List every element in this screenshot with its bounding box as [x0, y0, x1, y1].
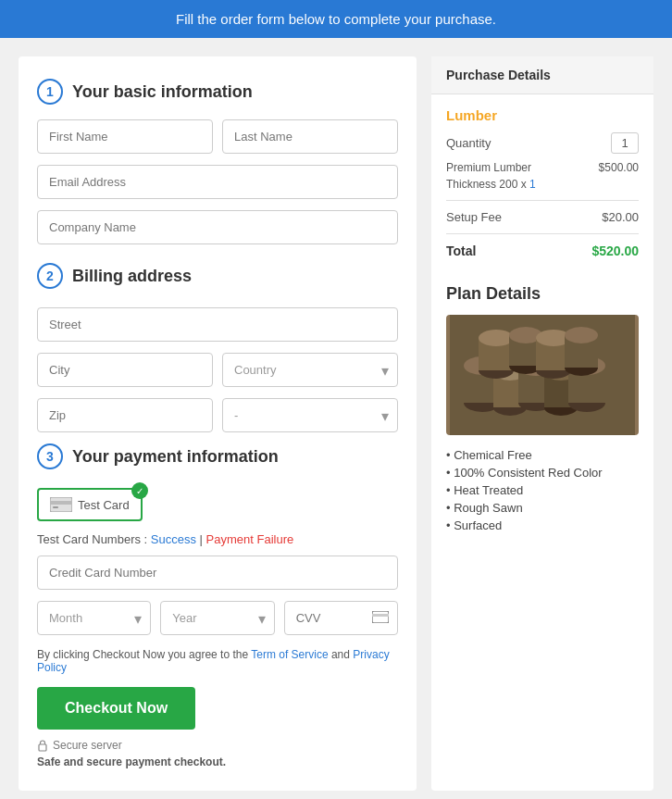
plan-feature-item: Rough Sawn — [446, 501, 639, 515]
setup-row: Setup Fee $20.00 — [446, 210, 639, 224]
first-name-input[interactable] — [37, 119, 213, 154]
plan-feature-item: Heat Treated — [446, 483, 639, 497]
cc-group — [37, 556, 398, 590]
plan-features: Chemical Free100% Consistent Red ColorHe… — [446, 448, 639, 532]
plan-feature-item: Surfaced — [446, 518, 639, 532]
section-title-1: Your basic information — [72, 82, 253, 102]
lumber-image — [446, 315, 639, 435]
state-select[interactable]: - — [222, 398, 398, 432]
section-number-3: 3 — [37, 443, 63, 469]
first-name-group — [37, 119, 213, 154]
zip-input[interactable] — [37, 398, 213, 432]
month-select-wrapper: Month JanuaryFebruaryMarch AprilMayJune … — [37, 601, 151, 635]
svg-rect-4 — [372, 614, 389, 617]
section-title-3: Your payment information — [72, 447, 279, 467]
terms-link[interactable]: Term of Service — [251, 648, 328, 661]
billing-header: 2 Billing address — [37, 263, 398, 289]
email-group — [37, 165, 398, 199]
left-panel: 1 Your basic information 2 Billing addre… — [19, 56, 417, 791]
card-option[interactable]: ✓ Test Card — [37, 488, 143, 521]
street-input[interactable] — [37, 307, 398, 342]
premium-label: Premium Lumber — [446, 161, 531, 174]
street-group — [37, 307, 398, 342]
svg-rect-5 — [39, 744, 46, 751]
svg-rect-1 — [50, 501, 72, 505]
total-label: Total — [446, 243, 476, 258]
last-name-input[interactable] — [222, 119, 398, 154]
thickness-label: Thickness 200 x — [446, 178, 529, 191]
thickness-row: Thickness 200 x 1 — [446, 178, 639, 191]
svg-point-33 — [565, 327, 598, 343]
check-icon: ✓ — [131, 482, 148, 499]
cvv-row: Month JanuaryFebruaryMarch AprilMayJune … — [37, 601, 398, 635]
lumber-title: Lumber — [446, 107, 639, 123]
premium-price: $500.00 — [599, 161, 639, 174]
plan-feature-item: 100% Consistent Red Color — [446, 466, 639, 480]
secure-label: Secure server — [53, 739, 122, 752]
lumber-svg — [446, 315, 639, 435]
country-select-wrapper: Country — [222, 353, 398, 387]
year-select[interactable]: Year 202420252026 202720282029 — [160, 601, 274, 635]
section-number-2: 2 — [37, 263, 63, 289]
plan-feature-item: Chemical Free — [446, 448, 639, 462]
checkout-button[interactable]: Checkout Now — [37, 687, 195, 730]
payment-header: 3 Your payment information — [37, 443, 398, 469]
setup-price: $20.00 — [602, 210, 639, 224]
section-title-2: Billing address — [72, 267, 192, 286]
cvv-card-icon — [372, 610, 389, 627]
quantity-row: Quantity 1 — [446, 132, 639, 154]
plan-details-section: Plan Details — [431, 271, 653, 549]
basic-info-header: 1 Your basic information — [37, 79, 398, 105]
lock-icon — [37, 739, 48, 752]
svg-rect-3 — [372, 611, 389, 623]
company-group — [37, 210, 398, 244]
secure-server: Secure server — [37, 739, 398, 752]
terms-text: By clicking Checkout Now you agree to th… — [37, 648, 398, 674]
premium-row: Premium Lumber $500.00 — [446, 161, 639, 174]
city-country-row: Country — [37, 353, 398, 387]
email-input[interactable] — [37, 165, 398, 199]
company-input[interactable] — [37, 210, 398, 244]
quantity-value: 1 — [611, 132, 639, 154]
name-row — [37, 119, 398, 154]
month-select[interactable]: Month JanuaryFebruaryMarch AprilMayJune … — [37, 601, 151, 635]
state-select-wrapper: - — [222, 398, 398, 432]
safe-text: Safe and secure payment checkout. — [37, 755, 398, 768]
total-row: Total $520.00 — [446, 243, 639, 258]
purchase-details-body: Lumber Quantity 1 Premium Lumber $500.00… — [431, 94, 653, 271]
quantity-label: Quantity — [446, 136, 491, 150]
cvv-wrapper — [284, 601, 398, 635]
year-select-wrapper: Year 202420252026 202720282029 — [160, 601, 274, 635]
cc-input[interactable] — [37, 556, 398, 590]
total-amount: $520.00 — [591, 243, 639, 258]
banner-text: Fill the order form below to complete yo… — [176, 11, 496, 27]
setup-label: Setup Fee — [446, 210, 502, 224]
svg-rect-2 — [53, 506, 58, 508]
country-select[interactable]: Country — [222, 353, 398, 387]
credit-card-icon — [50, 497, 72, 512]
success-link[interactable]: Success — [151, 532, 196, 546]
right-panel: Purchase Details Lumber Quantity 1 Premi… — [431, 56, 653, 791]
section-number-1: 1 — [37, 79, 63, 105]
svg-point-24 — [479, 330, 514, 346]
zip-state-row: - — [37, 398, 398, 432]
city-input[interactable] — [37, 353, 213, 387]
purchase-details-header: Purchase Details — [431, 56, 653, 94]
plan-details-title: Plan Details — [446, 284, 639, 304]
thickness-link[interactable]: 1 — [529, 178, 536, 191]
last-name-group — [222, 119, 398, 154]
zip-group — [37, 398, 213, 432]
card-label: Test Card — [78, 498, 130, 512]
top-banner: Fill the order form below to complete yo… — [0, 0, 672, 38]
city-group — [37, 353, 213, 387]
failure-link[interactable]: Payment Failure — [206, 532, 294, 546]
test-card-numbers: Test Card Numbers : Success | Payment Fa… — [37, 532, 398, 546]
